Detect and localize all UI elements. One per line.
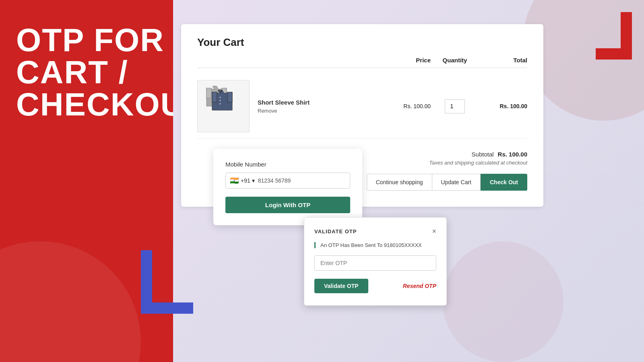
otp-sent-message: An OTP Has Been Sent To 9180105XXXXX — [314, 242, 436, 248]
subtotal-row: Subtotal Rs. 100.00 — [472, 151, 527, 158]
remove-link[interactable]: Remove — [258, 108, 382, 114]
svg-rect-4 — [212, 92, 217, 102]
svg-point-7 — [220, 100, 221, 101]
item-price: Rs. 100.00 — [382, 103, 431, 109]
close-icon[interactable]: × — [432, 228, 436, 235]
mobile-otp-panel: Mobile Number 🇮🇳 +91 ▾ 81234 56789 Login… — [213, 149, 362, 225]
mobile-label: Mobile Number — [225, 161, 350, 168]
tax-note: Taxes and shipping calculated at checkou… — [429, 160, 527, 166]
flag-icon: 🇮🇳 — [230, 176, 239, 185]
cart-actions: Continue shopping Update Cart Check Out — [367, 174, 527, 191]
continue-shopping-button[interactable]: Continue shopping — [367, 174, 432, 191]
item-quantity-cell — [431, 99, 479, 113]
modal-footer: Validate OTP Resend OTP — [314, 279, 436, 293]
blue-l-accent — [141, 250, 193, 314]
banner-title: OTP FOR CART / CHECKOUT — [16, 24, 173, 121]
svg-rect-5 — [227, 92, 232, 102]
quantity-input[interactable] — [445, 99, 465, 113]
country-code: +91 ▾ — [241, 177, 255, 184]
cart-title: Your Cart — [197, 36, 527, 49]
cart-item-row: Short Sleeve Shirt Remove Rs. 100.00 Rs.… — [197, 74, 527, 139]
svg-rect-1 — [206, 88, 211, 98]
red-corner-accent — [596, 12, 632, 60]
login-with-otp-button[interactable]: Login With OTP — [225, 197, 350, 213]
checkout-button[interactable]: Check Out — [481, 174, 527, 191]
cart-item-info: Short Sleeve Shirt Remove — [250, 99, 382, 114]
otp-input[interactable] — [314, 255, 436, 271]
phone-input-row[interactable]: 🇮🇳 +91 ▾ 81234 56789 — [225, 173, 350, 189]
modal-header: VALIDATE OTP × — [314, 228, 436, 235]
cart-table-header: Price Quantity Total — [197, 57, 527, 68]
modal-title: VALIDATE OTP — [314, 228, 357, 234]
validate-otp-modal: VALIDATE OTP × An OTP Has Been Sent To 9… — [304, 217, 447, 306]
quantity-header: Quantity — [431, 57, 479, 64]
price-header: Price — [382, 57, 431, 64]
subtotal-value: Rs. 100.00 — [498, 151, 527, 158]
item-total: Rs. 100.00 — [479, 103, 527, 109]
svg-point-8 — [220, 103, 221, 105]
resend-otp-link[interactable]: Resend OTP — [403, 283, 436, 289]
svg-point-6 — [220, 97, 221, 98]
update-cart-button[interactable]: Update Cart — [432, 174, 481, 191]
phone-number: 81234 56789 — [258, 177, 291, 184]
validate-otp-button[interactable]: Validate OTP — [314, 279, 368, 293]
subtotal-label: Subtotal — [472, 151, 494, 158]
product-image — [197, 80, 250, 132]
item-name: Short Sleeve Shirt — [258, 99, 382, 106]
total-header: Total — [479, 57, 527, 64]
